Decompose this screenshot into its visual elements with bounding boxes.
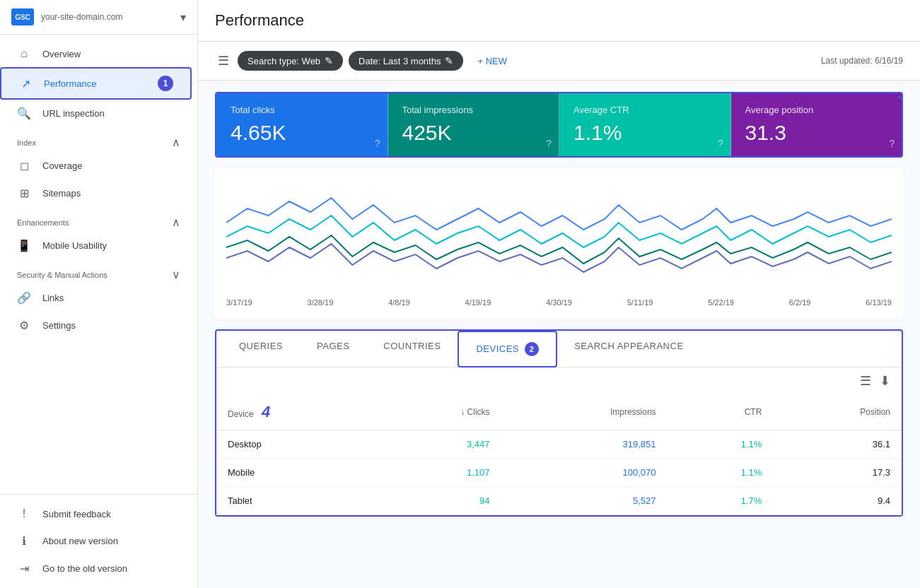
table-row: Desktop 3,447 319,851 1.1% 36.1 [216,430,902,459]
content-area: Total clicks 4.65K ? Total impressions 4… [198,81,920,588]
device-cell: Mobile [216,459,375,487]
device-table: Device 4 ↓ Clicks Impressions CTR [216,394,902,515]
sidebar-item-label: Settings [42,320,169,331]
chart-date: 5/11/19 [627,298,653,307]
sidebar-nav: ⌂ Overview ↗ Performance 1 🔍 URL inspect… [0,35,197,494]
sidebar-item-links[interactable]: 🔗 Links [0,284,186,312]
badge-2: 2 [525,342,539,356]
help-icon[interactable]: ? [889,138,895,149]
col-device: Device 4 [216,394,375,430]
chart-date: 3/28/19 [308,298,334,307]
sidebar: GSC your-site-domain.com ▾ ⌂ Overview ↗ … [0,0,198,588]
metric-impressions-title: Total impressions [402,105,545,115]
sidebar-item-coverage[interactable]: ◻ Coverage [0,152,186,180]
info-icon: ℹ [17,534,31,548]
section-security[interactable]: Security & Manual Actions ∨ [0,259,197,284]
tab-queries[interactable]: QUERIES [222,331,300,368]
app-logo: GSC [11,8,34,25]
annotation-3: 3. [897,92,903,103]
settings-icon: ⚙ [17,319,31,332]
tab-label: COUNTRIES [383,341,441,351]
last-updated: Last updated: 6/16/19 [821,56,903,66]
tab-pages[interactable]: PAGES [300,331,366,368]
table-filter-icon[interactable]: ☰ [860,373,871,389]
tab-devices[interactable]: DEVICES 2 [458,331,557,368]
col-position[interactable]: Position [773,394,902,430]
metric-position-value: 31.3 [745,121,888,145]
sidebar-item-label: URL inspection [42,108,169,119]
device-cell: Desktop [216,430,375,459]
metric-clicks-value: 4.65K [231,121,373,145]
sidebar-item-sitemaps[interactable]: ⊞ Sitemaps [0,180,186,207]
tab-countries[interactable]: COUNTRIES [366,331,458,368]
filter-icon-button[interactable]: ☰ [215,50,232,71]
tab-search-appearance[interactable]: SEARCH APPEARANCE [557,331,700,368]
metric-impressions[interactable]: Total impressions 425K ? [388,93,560,156]
metric-position[interactable]: Average position 31.3 ? 3. [731,93,902,156]
table-row: Tablet 94 5,527 1.7% 9.4 [216,487,902,515]
clicks-cell: 94 [375,487,501,515]
sidebar-item-label: Performance [44,78,146,89]
sidebar-item-url-inspection[interactable]: 🔍 URL inspection [0,100,186,127]
sidebar-item-overview[interactable]: ⌂ Overview [0,40,186,67]
section-enhancements[interactable]: Enhancements ∧ [0,207,197,232]
tabs-bar: QUERIES PAGES COUNTRIES DEVICES 2 SEARCH… [216,331,902,368]
sidebar-item-label: Links [42,293,169,303]
sidebar-footer-go-to-old-version[interactable]: ⇥ Go to the old version [0,555,197,582]
performance-chart [226,180,892,293]
sidebar-item-mobile-usability[interactable]: 📱 Mobile Usability [0,232,186,259]
chart-date: 3/17/19 [226,298,252,307]
search-type-chip[interactable]: Search type: Web ✎ [238,51,343,71]
home-icon: ⌂ [17,47,31,60]
feedback-icon: ! [17,507,31,520]
tabs-section: QUERIES PAGES COUNTRIES DEVICES 2 SEARCH… [215,329,903,517]
chart-date: 4/19/19 [465,298,491,307]
table-download-icon[interactable]: ⬇ [880,373,890,389]
chevron-up-icon: ∧ [172,216,180,229]
main-content: Performance ☰ Search type: Web ✎ Date: L… [198,0,920,588]
new-button[interactable]: + NEW [469,52,516,71]
position-cell: 17.3 [773,459,902,487]
col-ctr[interactable]: CTR [668,394,774,430]
badge-1: 1 [158,76,173,91]
ctr-cell: 1.7% [668,487,774,515]
footer-label: About new version [42,536,118,546]
new-button-label: + NEW [477,56,507,66]
help-icon[interactable]: ? [375,138,380,149]
exit-icon: ⇥ [17,562,31,575]
page-title: Performance [215,11,304,30]
sidebar-item-settings[interactable]: ⚙ Settings [0,312,186,339]
help-icon[interactable]: ? [718,138,723,149]
help-icon[interactable]: ? [546,138,552,149]
sidebar-item-label: Sitemaps [42,188,169,199]
sidebar-item-performance[interactable]: ↗ Performance 1 [0,67,192,100]
chart-date: 4/8/19 [388,298,410,307]
clicks-cell: 1,107 [375,459,501,487]
sitemaps-icon: ⊞ [17,187,31,200]
date-chip[interactable]: Date: Last 3 months ✎ [349,51,463,71]
edit-icon: ✎ [325,55,333,66]
metric-ctr[interactable]: Average CTR 1.1% ? [559,93,731,156]
col-impressions[interactable]: Impressions [501,394,668,430]
metric-impressions-value: 425K [402,121,545,145]
position-cell: 36.1 [773,430,902,459]
col-clicks[interactable]: ↓ Clicks [375,394,501,430]
sidebar-footer-submit-feedback[interactable]: ! Submit feedback [0,500,197,527]
table-row: Mobile 1,107 100,070 1.1% 17.3 [216,459,902,487]
section-index[interactable]: Index ∧ [0,127,197,152]
search-type-label: Search type: Web [248,56,320,66]
sidebar-item-label: Mobile Usability [42,240,169,251]
impressions-cell: 5,527 [501,487,668,515]
chart-date: 6/13/19 [866,298,892,307]
metric-clicks[interactable]: Total clicks 4.65K ? [216,93,388,156]
metric-position-title: Average position [745,105,888,115]
links-icon: 🔗 [17,291,31,305]
chevron-up-icon: ∧ [172,136,180,149]
toolbar: ☰ Search type: Web ✎ Date: Last 3 months… [198,42,920,81]
sidebar-item-label: Coverage [42,160,169,171]
dropdown-icon[interactable]: ▾ [180,11,186,24]
sidebar-footer-about-new-version[interactable]: ℹ About new version [0,527,197,555]
chart-date: 6/2/19 [789,298,811,307]
tab-label: PAGES [317,341,349,351]
search-icon: 🔍 [17,107,31,120]
